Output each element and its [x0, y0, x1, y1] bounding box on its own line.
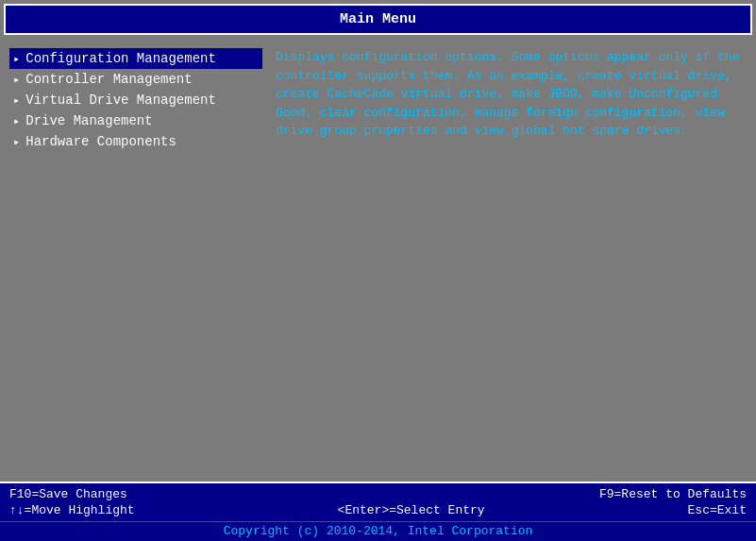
- esc-exit-label: Esc=Exit: [688, 503, 747, 517]
- menu-arrow-2: ▸: [13, 93, 20, 108]
- menu-item-0[interactable]: ▸Configuration Management: [9, 48, 262, 69]
- menu-item-1[interactable]: ▸Controller Management: [9, 69, 262, 90]
- menu-item-4[interactable]: ▸Hardware Components: [9, 131, 262, 152]
- copyright-bar: Copyright (c) 2010-2014, Intel Corporati…: [0, 521, 756, 541]
- menu-item-label-0: Configuration Management: [25, 51, 216, 66]
- menu-arrow-1: ▸: [13, 73, 20, 87]
- menu-item-label-1: Controller Management: [25, 72, 192, 87]
- f9-label: F9=Reset to Defaults: [599, 487, 747, 501]
- menu-item-label-4: Hardware Components: [25, 134, 176, 149]
- status-bar: F10=Save Changes F9=Reset to Defaults ↑↓…: [0, 482, 756, 521]
- description-panel: Displays configuration options. Some opt…: [268, 39, 752, 478]
- menu-arrow-3: ▸: [13, 114, 20, 128]
- move-highlight-label: ↑↓=Move Highlight: [9, 503, 135, 517]
- menu-arrow-4: ▸: [13, 135, 20, 149]
- select-entry-label: <Enter>=Select Entry: [338, 503, 485, 517]
- main-content: ▸Configuration Management▸Controller Man…: [0, 35, 756, 482]
- menu-item-label-2: Virtual Drive Management: [25, 93, 216, 108]
- menu-item-2[interactable]: ▸Virtual Drive Management: [9, 90, 262, 110]
- f10-label: F10=Save Changes: [9, 487, 127, 501]
- status-row2: ↑↓=Move Highlight <Enter>=Select Entry E…: [9, 503, 747, 517]
- menu-arrow-0: ▸: [13, 52, 20, 66]
- status-row1: F10=Save Changes F9=Reset to Defaults: [9, 487, 747, 501]
- title-bar: Main Menu: [4, 4, 752, 35]
- menu-panel: ▸Configuration Management▸Controller Man…: [4, 39, 268, 478]
- menu-item-3[interactable]: ▸Drive Management: [9, 110, 262, 131]
- menu-item-label-3: Drive Management: [25, 113, 152, 128]
